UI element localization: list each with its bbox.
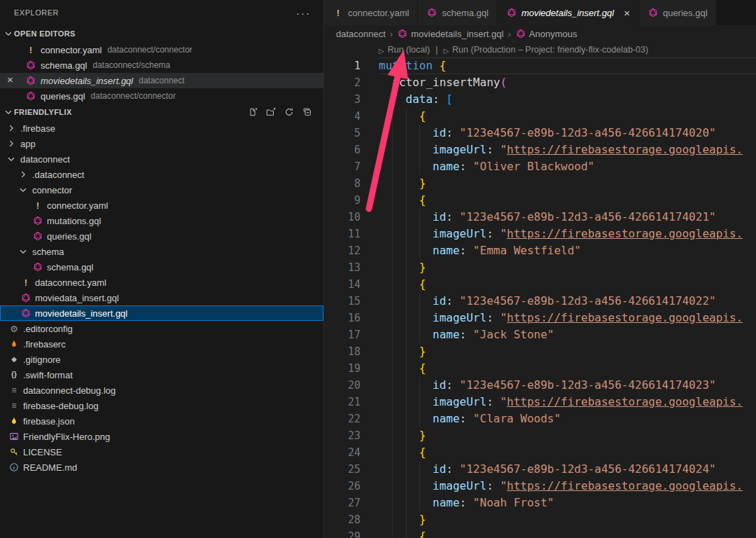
tree-folder-connector[interactable]: connector <box>0 182 323 198</box>
chevron-right-icon <box>6 123 17 134</box>
line-number: 12 <box>324 242 360 259</box>
url-link[interactable]: https://firebasestorage.googleapis. <box>507 143 743 156</box>
tree-item-label: FriendlyFlix-Hero.png <box>23 432 110 442</box>
line-number: 10 <box>324 209 360 226</box>
tree-folder-.firebase[interactable]: .firebase <box>0 120 323 136</box>
tree-item-label: README.md <box>23 462 77 473</box>
line-number: 4 <box>324 108 360 125</box>
tree-file-FriendlyFlix-Hero.png[interactable]: FriendlyFlix-Hero.png <box>0 429 323 444</box>
run-production-link[interactable]: ▷ Run (Production – Project: friendly-fl… <box>443 45 648 55</box>
tree-folder-.dataconnect[interactable]: .dataconnect <box>0 167 323 182</box>
new-folder-icon <box>266 107 276 117</box>
tree-file-moviedetails_insert.gql[interactable]: moviedetails_insert.gql <box>0 305 323 321</box>
tree-file-connector.yaml[interactable]: !connector.yaml <box>0 198 323 213</box>
tree-folder-dataconnect[interactable]: dataconnect <box>0 151 323 167</box>
tree-file-.gitignore[interactable]: ◆.gitignore <box>0 352 323 367</box>
open-editor-item[interactable]: queries.gqldataconnect/connector <box>0 88 323 104</box>
line-number: 2 <box>324 74 360 91</box>
breadcrumb-item[interactable]: dataconnect <box>336 29 386 39</box>
code-line: 25id: "123e4567-e89b-12d3-a456-426614174… <box>324 461 756 478</box>
workspace-actions <box>246 106 323 118</box>
tree-file-.firebaserc[interactable]: .firebaserc <box>0 336 323 352</box>
tree-file-.editorconfig[interactable]: ⚙.editorconfig <box>0 321 323 336</box>
more-actions-icon[interactable]: ··· <box>296 7 311 19</box>
tab-queries.gql[interactable]: queries.gql <box>639 0 717 25</box>
explorer-sidebar: EXPLORER ··· OPEN EDITORS !connector.yam… <box>0 0 324 538</box>
tree-file-firebase.json[interactable]: firebase.json <box>0 413 323 429</box>
tab-connector.yaml[interactable]: !connector.yaml <box>324 0 418 25</box>
editor-file-path: dataconnect/connector <box>107 45 192 55</box>
code-line: 27name: "Noah Frost" <box>324 495 756 511</box>
code-editor[interactable]: 1mutation {2actor_insertMany(3data: [4{5… <box>324 57 756 538</box>
open-editor-item[interactable]: schema.gqldataconnect/schema <box>0 57 323 73</box>
line-number: 1 <box>324 57 360 74</box>
line-number: 21 <box>324 394 360 411</box>
breadcrumb-item[interactable]: moviedetails_insert.gql <box>397 28 503 39</box>
tree-item-label: .dataconnect <box>32 170 84 180</box>
editor-file-name: connector.yaml <box>41 45 102 55</box>
play-icon: ▷ <box>379 47 384 55</box>
run-local-link[interactable]: ▷ Run (local) <box>379 45 430 55</box>
workspace-header[interactable]: FRIENDLYFLIX <box>0 104 323 120</box>
tree-item-label: .firebase <box>20 123 55 134</box>
tree-folder-schema[interactable]: schema <box>0 244 323 259</box>
open-editors-label: OPEN EDITORS <box>14 29 76 38</box>
tree-file-mutations.gql[interactable]: mutations.gql <box>0 213 323 228</box>
log-icon: ≡ <box>8 385 20 396</box>
breadcrumb-separator: › <box>507 29 510 39</box>
refresh-button[interactable] <box>283 106 295 118</box>
tree-item-label: app <box>20 139 36 149</box>
tree-file-schema.gql[interactable]: schema.gql <box>0 259 323 275</box>
collapse-all-button[interactable] <box>301 106 314 118</box>
new-file-button[interactable] <box>246 106 259 118</box>
code-line: 16imageUrl: "https://firebasestorage.goo… <box>324 310 756 326</box>
graphql-icon <box>25 60 36 71</box>
tree-file-firebase-debug.log[interactable]: ≡firebase-debug.log <box>0 398 323 413</box>
explorer-title: EXPLORER <box>14 8 59 17</box>
tab-schema.gql[interactable]: schema.gql <box>418 0 497 25</box>
new-folder-button[interactable] <box>265 106 277 118</box>
tab-label: schema.gql <box>442 8 488 18</box>
graphql-icon <box>32 230 43 242</box>
tree-file-dataconnect.yaml[interactable]: !dataconnect.yaml <box>0 275 323 290</box>
tree-file-moviedata_insert.gql[interactable]: moviedata_insert.gql <box>0 290 323 305</box>
warning-icon: ! <box>25 44 36 55</box>
breadcrumb-label: Anonymous <box>529 29 578 39</box>
tree-item-label: dataconnect <box>20 154 70 165</box>
code-line: 2actor_insertMany( <box>324 74 756 91</box>
url-link[interactable]: https://firebasestorage.googleapis. <box>507 311 743 324</box>
code-line: 23} <box>324 427 756 444</box>
graphql-icon <box>506 7 517 18</box>
tab-label: queries.gql <box>663 8 708 18</box>
tree-file-queries.gql[interactable]: queries.gql <box>0 228 323 244</box>
url-link[interactable]: https://firebasestorage.googleapis. <box>507 227 743 240</box>
code-line: 22name: "Clara Woods" <box>324 411 756 427</box>
line-number: 13 <box>324 259 360 276</box>
tree-file-dataconnect-debug.log[interactable]: ≡dataconnect-debug.log <box>0 382 323 398</box>
breadcrumb-item[interactable]: Anonymous <box>515 28 578 39</box>
tab-moviedetails_insert.gql[interactable]: moviedetails_insert.gql× <box>498 0 639 25</box>
gear-icon: ⚙ <box>8 323 20 334</box>
line-number: 19 <box>324 360 360 377</box>
tree-file-.swift-format[interactable]: {}.swift-format <box>0 367 323 382</box>
url-link[interactable]: https://firebasestorage.googleapis. <box>507 395 743 408</box>
tree-file-LICENSE[interactable]: LICENSE <box>0 444 323 460</box>
open-editor-item[interactable]: !connector.yamldataconnect/connector <box>0 42 323 57</box>
info-icon <box>8 462 20 473</box>
tree-file-README.md[interactable]: README.md <box>0 460 323 475</box>
warning-icon: ! <box>20 277 31 288</box>
graphql-icon <box>20 308 31 319</box>
tree-folder-app[interactable]: app <box>0 136 323 151</box>
url-link[interactable]: https://firebasestorage.googleapis. <box>507 479 743 492</box>
open-editor-item[interactable]: ×moviedetails_insert.gqldataconnect <box>0 73 323 88</box>
close-tab-icon[interactable]: × <box>624 7 630 19</box>
line-number: 14 <box>324 276 360 293</box>
line-number: 15 <box>324 293 360 310</box>
code-line: 19{ <box>324 360 756 377</box>
tree-item-label: schema.gql <box>47 262 93 273</box>
close-editor-icon[interactable]: × <box>7 74 13 85</box>
open-editors-header[interactable]: OPEN EDITORS <box>0 25 323 42</box>
breadcrumb-label: dataconnect <box>336 29 386 39</box>
code-line: 5id: "123e4567-e89b-12d3-a456-4266141740… <box>324 125 756 142</box>
tree-item-label: connector <box>32 185 72 195</box>
